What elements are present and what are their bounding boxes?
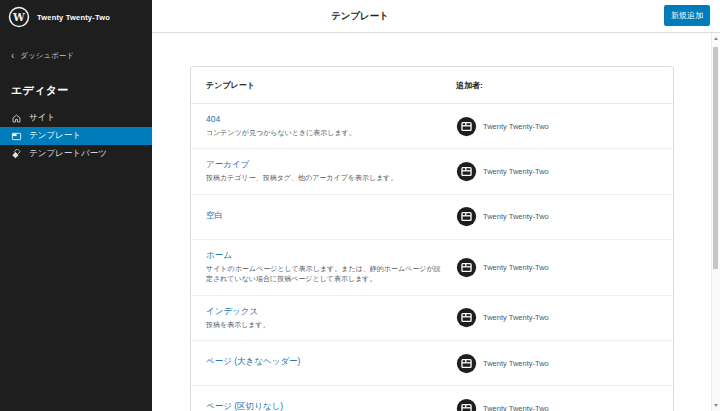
scrollbar-thumb[interactable] xyxy=(713,47,718,269)
templates-list-card: テンプレート 追加者: 404 コンテンツが見つからないときに表示します。 Tw… xyxy=(190,66,674,411)
table-row: ページ (区切りなし) Twenty Twenty-Two xyxy=(191,386,673,411)
table-row: 404 コンテンツが見つからないときに表示します。 Twenty Twenty-… xyxy=(191,104,673,149)
added-by-name: Twenty Twenty-Two xyxy=(483,122,549,131)
back-to-dashboard-link[interactable]: ‹ ダッシュボード xyxy=(0,51,152,61)
table-row: ページ (大きなヘッダー) Twenty Twenty-Two xyxy=(191,341,673,386)
template-parts-icon xyxy=(11,149,22,160)
table-row: インデックス 投稿を表示します。 Twenty Twenty-Two xyxy=(191,296,673,341)
sidebar-item-site[interactable]: サイト xyxy=(0,109,152,127)
added-by-name: Twenty Twenty-Two xyxy=(483,263,549,272)
template-description: 投稿を表示します。 xyxy=(206,320,456,331)
template-rows: 404 コンテンツが見つからないときに表示します。 Twenty Twenty-… xyxy=(191,104,673,411)
template-link[interactable]: 空白 xyxy=(206,210,456,222)
svg-text:W: W xyxy=(12,11,25,23)
sidebar-item-templates[interactable]: テンプレート xyxy=(0,127,152,145)
editor-sidebar: W Twenty Twenty-Two ‹ ダッシュボード エディター サイト xyxy=(0,0,152,411)
added-by-name: Twenty Twenty-Two xyxy=(483,404,549,411)
theme-template-avatar-icon xyxy=(456,307,477,328)
table-row: アーカイブ 投稿カテゴリー、投稿タグ、他のアーカイブを表示します。 Twenty… xyxy=(191,149,673,194)
scrollbar-down-arrow-icon[interactable] xyxy=(712,401,720,410)
theme-template-avatar-icon xyxy=(456,206,477,227)
add-new-button[interactable]: 新規追加 xyxy=(664,5,710,26)
template-description: サイトのホームページとして表示します。または、静的ホームページが設定されていない… xyxy=(206,264,456,285)
theme-template-avatar-icon xyxy=(456,398,477,411)
editor-topbar xyxy=(152,0,720,33)
sidebar-item-label: テンプレートパーツ xyxy=(29,148,107,160)
template-link[interactable]: ページ (大きなヘッダー) xyxy=(206,356,456,368)
sidebar-item-label: テンプレート xyxy=(29,130,81,142)
table-row: ホーム サイトのホームページとして表示します。または、静的ホームページが設定され… xyxy=(191,240,673,296)
table-header-row: テンプレート 追加者: xyxy=(191,67,673,104)
theme-template-avatar-icon xyxy=(456,257,477,278)
site-title: Twenty Twenty-Two xyxy=(37,13,110,22)
wordpress-logo-button[interactable]: W Twenty Twenty-Two xyxy=(0,0,152,34)
theme-template-avatar-icon xyxy=(456,116,477,137)
added-by-name: Twenty Twenty-Two xyxy=(483,359,549,368)
column-header-added-by: 追加者: xyxy=(456,80,658,91)
template-link[interactable]: ページ (区切りなし) xyxy=(206,401,456,411)
scrollbar-up-arrow-icon[interactable] xyxy=(712,34,720,43)
back-to-dashboard-label: ダッシュボード xyxy=(20,51,74,61)
added-by-name: Twenty Twenty-Two xyxy=(483,212,549,221)
sidebar-item-label: サイト xyxy=(29,112,55,124)
wordpress-logo-icon: W xyxy=(8,6,30,28)
chevron-left-icon: ‹ xyxy=(11,52,14,60)
template-link[interactable]: 404 xyxy=(206,114,456,126)
column-header-template: テンプレート xyxy=(206,80,456,91)
sidebar-nav: サイト テンプレート テンプレートパーツ xyxy=(0,109,152,163)
home-icon xyxy=(11,113,22,124)
template-icon xyxy=(11,131,22,142)
sidebar-section-title: エディター xyxy=(0,83,152,98)
added-by-name: Twenty Twenty-Two xyxy=(483,167,549,176)
template-link[interactable]: アーカイブ xyxy=(206,159,456,171)
vertical-scrollbar[interactable] xyxy=(711,33,720,411)
sidebar-item-template-parts[interactable]: テンプレートパーツ xyxy=(0,145,152,163)
template-link[interactable]: インデックス xyxy=(206,306,456,318)
added-by-name: Twenty Twenty-Two xyxy=(483,313,549,322)
table-row: 空白 Twenty Twenty-Two xyxy=(191,195,673,240)
template-description: 投稿カテゴリー、投稿タグ、他のアーカイブを表示します。 xyxy=(206,173,456,184)
template-description: コンテンツが見つからないときに表示します。 xyxy=(206,128,456,139)
template-link[interactable]: ホーム xyxy=(206,250,456,262)
theme-template-avatar-icon xyxy=(456,353,477,374)
theme-template-avatar-icon xyxy=(456,161,477,182)
